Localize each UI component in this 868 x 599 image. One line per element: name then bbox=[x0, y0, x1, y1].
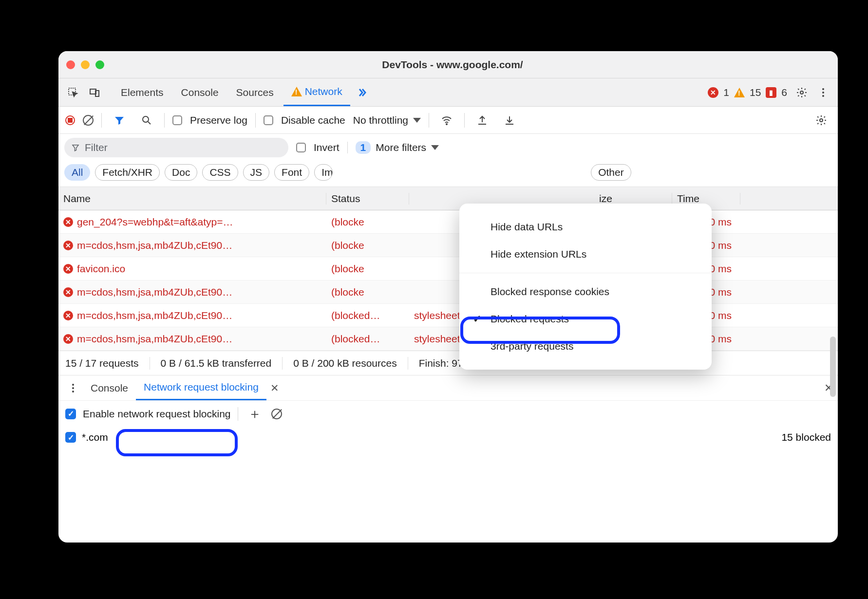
table-row[interactable]: ✕m=cdos,hsm,jsa,mb4ZUb,cEt90…(blocke0 B0… bbox=[58, 234, 838, 257]
export-har-icon[interactable] bbox=[472, 111, 492, 130]
chevron-down-icon bbox=[431, 145, 439, 150]
tab-sources[interactable]: Sources bbox=[228, 78, 282, 106]
request-status: (blocke bbox=[326, 263, 409, 275]
error-count: 1 bbox=[723, 87, 729, 98]
window-title: DevTools - www.google.com/ bbox=[104, 59, 801, 71]
table-row[interactable]: ✕gen_204?s=webhp&t=aft&atyp=…(blocke0 B0… bbox=[58, 210, 838, 234]
network-conditions-icon[interactable] bbox=[437, 111, 456, 130]
error-icon: ✕ bbox=[63, 264, 73, 274]
disable-cache-label: Disable cache bbox=[281, 114, 345, 126]
network-settings-icon[interactable] bbox=[811, 111, 831, 130]
disable-cache-checkbox[interactable] bbox=[264, 115, 273, 125]
type-chips: All Fetch/XHR Doc CSS JS Font Img Other bbox=[58, 161, 838, 187]
enable-blocking-label: Enable network request blocking bbox=[83, 408, 231, 420]
pattern-checkbox[interactable]: ✓ bbox=[65, 432, 76, 443]
kebab-menu-icon[interactable] bbox=[813, 83, 833, 102]
col-status[interactable]: Status bbox=[326, 193, 409, 205]
warning-icon bbox=[291, 87, 302, 96]
chip-css[interactable]: CSS bbox=[202, 164, 238, 181]
svg-point-9 bbox=[820, 119, 823, 122]
pattern-row[interactable]: ✓ *.com 15 blocked bbox=[58, 427, 838, 448]
chip-img[interactable]: Img bbox=[314, 164, 333, 181]
drawer-tab-console[interactable]: Console bbox=[83, 375, 136, 400]
request-name: favicon.ico bbox=[77, 263, 125, 275]
zoom-window-button[interactable] bbox=[95, 60, 104, 69]
clear-patterns-icon[interactable] bbox=[271, 409, 282, 419]
clear-button[interactable] bbox=[83, 115, 94, 126]
transferred-size: 0 B / 61.5 kB transferred bbox=[161, 357, 272, 369]
add-pattern-icon[interactable]: ＋ bbox=[245, 404, 264, 424]
chip-font[interactable]: Font bbox=[274, 164, 309, 181]
table-row[interactable]: ✕m=cdos,hsm,jsa,mb4ZUb,cEt90…(blocked…st… bbox=[58, 327, 838, 351]
svg-point-3 bbox=[800, 91, 803, 94]
network-toolbar: Preserve log Disable cache No throttling bbox=[58, 107, 838, 134]
more-tabs-icon[interactable] bbox=[352, 83, 372, 102]
preserve-log-label: Preserve log bbox=[190, 114, 247, 126]
menu-hide-data-urls[interactable]: Hide data URLs bbox=[459, 213, 712, 241]
request-status: (blocke bbox=[326, 286, 409, 298]
request-status: (blocked… bbox=[326, 333, 409, 345]
blocking-toolbar: ✓ Enable network request blocking ＋ bbox=[58, 400, 838, 427]
scrollbar[interactable] bbox=[830, 337, 836, 397]
chip-doc[interactable]: Doc bbox=[165, 164, 197, 181]
inspect-element-icon[interactable] bbox=[63, 83, 83, 102]
svg-point-11 bbox=[72, 387, 74, 389]
table-row[interactable]: ✕m=cdos,hsm,jsa,mb4ZUb,cEt90…(blocked…st… bbox=[58, 304, 838, 327]
chip-other[interactable]: Other bbox=[591, 164, 631, 181]
traffic-lights bbox=[66, 60, 104, 69]
svg-point-10 bbox=[72, 384, 74, 386]
import-har-icon[interactable] bbox=[500, 111, 519, 130]
tab-elements[interactable]: Elements bbox=[113, 78, 171, 106]
menu-blocked-requests[interactable]: Blocked requests bbox=[459, 305, 712, 333]
col-time[interactable]: Time bbox=[672, 193, 740, 205]
drawer-tab-blocking[interactable]: Network request blocking bbox=[136, 375, 266, 400]
enable-blocking-checkbox[interactable]: ✓ bbox=[65, 409, 76, 419]
table-row[interactable]: ✕favicon.ico(blocke0 B0 ms bbox=[58, 257, 838, 281]
menu-blocked-cookies[interactable]: Blocked response cookies bbox=[459, 278, 712, 305]
tab-console[interactable]: Console bbox=[173, 78, 226, 106]
svg-point-5 bbox=[822, 92, 824, 94]
search-icon[interactable] bbox=[137, 111, 156, 130]
menu-3rd-party[interactable]: 3rd-party requests bbox=[459, 333, 712, 360]
resources-size: 0 B / 200 kB resources bbox=[293, 357, 396, 369]
filter-toggle-icon[interactable] bbox=[110, 111, 129, 130]
more-filters-button[interactable]: 1 More filters bbox=[356, 141, 439, 154]
menu-hide-extension-urls[interactable]: Hide extension URLs bbox=[459, 241, 712, 268]
status-bar: 15 / 17 requests 0 B / 61.5 kB transferr… bbox=[58, 351, 838, 375]
table-row[interactable]: ✕m=cdos,hsm,jsa,mb4ZUb,cEt90…(blocke0 B0… bbox=[58, 281, 838, 304]
chevron-down-icon bbox=[413, 118, 421, 123]
throttling-select[interactable]: No throttling bbox=[353, 114, 421, 126]
svg-point-4 bbox=[822, 88, 824, 90]
issue-badge-icon: ▮ bbox=[766, 87, 776, 98]
close-window-button[interactable] bbox=[66, 60, 75, 69]
table-header: Name Status ize Time bbox=[58, 187, 838, 210]
more-filters-count: 1 bbox=[356, 141, 371, 154]
svg-point-7 bbox=[143, 116, 149, 122]
tab-network[interactable]: Network bbox=[283, 78, 350, 106]
status-badges[interactable]: ✕1 15 ▮6 bbox=[708, 87, 787, 98]
error-icon: ✕ bbox=[63, 334, 73, 344]
chip-fetch-xhr[interactable]: Fetch/XHR bbox=[95, 164, 160, 181]
minimize-window-button[interactable] bbox=[81, 60, 90, 69]
error-badge-icon: ✕ bbox=[708, 87, 718, 98]
requests-count: 15 / 17 requests bbox=[65, 357, 139, 369]
error-icon: ✕ bbox=[63, 217, 73, 227]
devtools-window: DevTools - www.google.com/ Elements Cons… bbox=[58, 51, 838, 543]
blocked-count: 15 blocked bbox=[781, 431, 831, 443]
chip-js[interactable]: JS bbox=[243, 164, 270, 181]
preserve-log-checkbox[interactable] bbox=[172, 115, 182, 125]
col-size[interactable]: ize bbox=[594, 193, 672, 205]
request-status: (blocked… bbox=[326, 310, 409, 321]
device-toolbar-icon[interactable] bbox=[85, 83, 104, 102]
more-filters-label: More filters bbox=[376, 142, 426, 153]
chip-all[interactable]: All bbox=[64, 164, 90, 181]
invert-checkbox[interactable] bbox=[296, 143, 306, 152]
titlebar: DevTools - www.google.com/ bbox=[58, 51, 838, 78]
close-drawer-tab-icon[interactable]: ✕ bbox=[270, 382, 279, 394]
col-name[interactable]: Name bbox=[58, 193, 326, 205]
settings-icon[interactable] bbox=[792, 83, 811, 102]
filter-row: Filter Invert 1 More filters bbox=[58, 134, 838, 161]
record-button[interactable] bbox=[65, 115, 75, 125]
drawer-kebab-icon[interactable] bbox=[63, 378, 83, 398]
filter-input[interactable]: Filter bbox=[64, 138, 288, 157]
